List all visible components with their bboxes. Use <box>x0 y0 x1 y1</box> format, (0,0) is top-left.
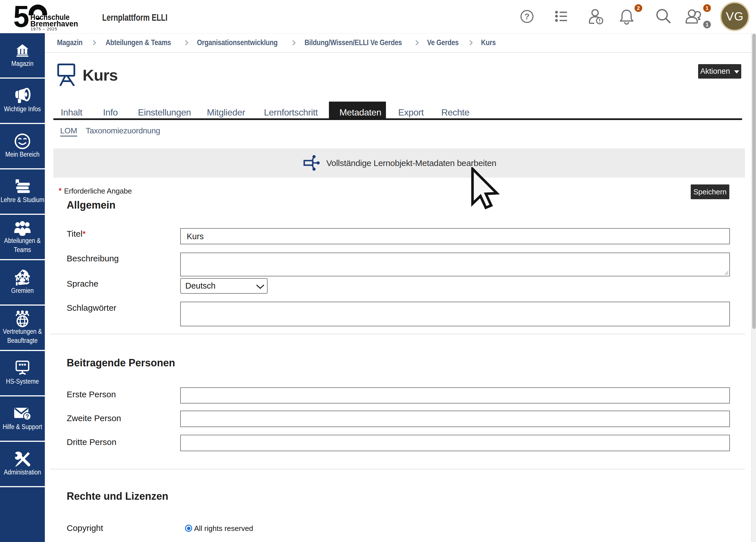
svg-text:?: ? <box>524 12 530 21</box>
svg-text:5: 5 <box>13 3 29 32</box>
svg-text:1975 – 2025: 1975 – 2025 <box>31 27 57 31</box>
